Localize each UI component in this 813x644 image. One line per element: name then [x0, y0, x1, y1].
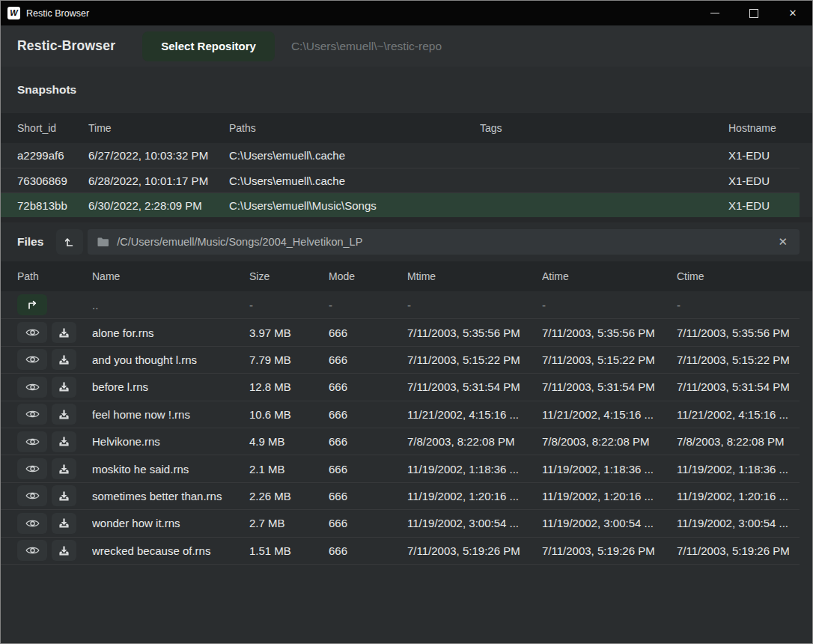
cell-paths: C:\Users\emuell\.cache — [229, 149, 480, 162]
clear-path-icon[interactable]: ✕ — [776, 235, 790, 249]
cell-size: 10.6 MB — [249, 408, 329, 421]
cell-ctime: - — [677, 299, 800, 312]
row-actions — [17, 377, 92, 398]
cell-mode: 666 — [329, 326, 407, 339]
download-icon — [58, 354, 70, 365]
download-file-button[interactable] — [52, 377, 76, 398]
cell-mtime: - — [407, 299, 542, 312]
file-row[interactable]: Helvikone.rns 4.9 MB 666 7/8/2003, 8:22:… — [1, 428, 800, 455]
row-actions — [17, 458, 92, 479]
file-row[interactable]: and you thought l.rns 7.79 MB 666 7/11/2… — [1, 346, 800, 373]
snapshot-row[interactable]: 72b813bb 6/30/2022, 2:28:09 PM C:\Users\… — [1, 192, 800, 217]
cell-mode: 666 — [329, 408, 407, 421]
snapshots-table-body: a2299af6 6/27/2022, 10:03:32 PM C:\Users… — [1, 143, 800, 217]
download-file-button[interactable] — [52, 485, 76, 506]
snapshot-row[interactable]: a2299af6 6/27/2022, 10:03:32 PM C:\Users… — [1, 143, 800, 168]
file-row[interactable]: alone for.rns 3.97 MB 666 7/11/2003, 5:3… — [1, 318, 800, 345]
cell-ctime: 11/19/2002, 1:20:16 ... — [677, 490, 800, 502]
current-path: /C/Users/emuell/Music/Songs/2004_Helveti… — [117, 236, 776, 248]
preview-file-button[interactable] — [17, 431, 47, 452]
preview-file-button[interactable] — [17, 349, 47, 370]
file-row[interactable]: feel home now !.rns 10.6 MB 666 11/21/20… — [1, 401, 800, 428]
preview-file-button[interactable] — [17, 513, 47, 534]
preview-file-button[interactable] — [17, 404, 47, 425]
cell-name: and you thought l.rns — [92, 353, 249, 366]
eye-icon — [25, 464, 40, 474]
file-row[interactable]: sometimes better than.rns 2.26 MB 666 11… — [1, 482, 800, 509]
download-file-button[interactable] — [52, 458, 76, 479]
file-row[interactable]: moskito he said.rns 2.1 MB 666 11/19/200… — [1, 455, 800, 482]
cell-size: 2.7 MB — [249, 517, 329, 529]
files-table-head: Path Name Size Mode Mtime Atime Ctime — [1, 261, 812, 291]
current-path-bar[interactable]: /C/Users/emuell/Music/Songs/2004_Helveti… — [88, 229, 800, 255]
cell-atime: 11/19/2002, 1:18:36 ... — [542, 463, 677, 476]
preview-file-button[interactable] — [17, 322, 47, 343]
cell-atime: 11/19/2002, 1:20:16 ... — [542, 490, 677, 502]
cell-size: 2.1 MB — [249, 463, 329, 476]
col-short-id: Short_id — [17, 122, 88, 134]
preview-file-button[interactable] — [17, 540, 47, 561]
cell-mtime: 11/19/2002, 1:18:36 ... — [407, 463, 542, 476]
cell-ctime: 7/11/2003, 5:35:56 PM — [677, 326, 800, 339]
minimize-icon — [710, 13, 719, 14]
cell-short-id: 72b813bb — [17, 199, 88, 212]
cell-atime: - — [542, 299, 677, 312]
cell-name: wrecked because of.rns — [92, 544, 249, 557]
maximize-button[interactable] — [734, 1, 773, 25]
download-file-button[interactable] — [52, 431, 76, 452]
col-size: Size — [249, 270, 329, 282]
minimize-button[interactable] — [695, 1, 734, 25]
file-row[interactable]: wonder how it.rns 2.7 MB 666 11/19/2002,… — [1, 509, 800, 536]
titlebar: W Restic Browser ✕ — [1, 1, 812, 25]
cell-mode: 666 — [329, 517, 407, 529]
download-file-button[interactable] — [52, 322, 76, 343]
select-repository-button[interactable]: Select Repository — [142, 31, 275, 61]
download-file-button[interactable] — [52, 540, 76, 561]
arrow-up-right-icon — [26, 300, 38, 310]
cell-mode: 666 — [329, 353, 407, 366]
col-tags: Tags — [480, 122, 728, 134]
cell-size: 2.26 MB — [249, 490, 329, 502]
preview-file-button[interactable] — [17, 485, 47, 506]
cell-mode: 666 — [329, 463, 407, 476]
cell-mode: - — [329, 299, 407, 312]
download-file-button[interactable] — [52, 513, 76, 534]
cell-short-id: 76306869 — [17, 174, 88, 187]
file-row[interactable]: wrecked because of.rns 1.51 MB 666 7/11/… — [1, 537, 800, 564]
snapshot-row[interactable]: 76306869 6/28/2022, 10:01:17 PM C:\Users… — [1, 168, 800, 192]
arrow-level-up-icon — [64, 236, 76, 248]
close-button[interactable]: ✕ — [773, 1, 812, 25]
download-file-button[interactable] — [52, 349, 76, 370]
cell-name: sometimes better than.rns — [92, 490, 249, 502]
files-section-header: Files /C/Users/emuell/Music/Songs/2004_H… — [1, 222, 812, 261]
cell-size: 4.9 MB — [249, 435, 329, 448]
col-name: Name — [92, 270, 249, 282]
col-path: Path — [17, 270, 92, 282]
col-paths: Paths — [229, 122, 480, 134]
col-time: Time — [88, 122, 229, 134]
cell-ctime: 7/8/2003, 8:22:08 PM — [677, 435, 800, 448]
download-file-button[interactable] — [52, 404, 76, 425]
cell-size: 1.51 MB — [249, 544, 329, 557]
row-actions — [17, 540, 92, 561]
cell-short-id: a2299af6 — [17, 149, 88, 162]
go-to-root-button[interactable] — [56, 229, 83, 255]
app-window: W Restic Browser ✕ Restic-Browser Select… — [0, 0, 813, 644]
eye-icon — [25, 518, 40, 529]
cell-name: moskito he said.rns — [92, 463, 249, 476]
preview-file-button[interactable] — [17, 377, 47, 398]
cell-atime: 11/19/2002, 3:00:54 ... — [542, 517, 677, 529]
download-icon — [58, 436, 70, 447]
download-icon — [58, 464, 70, 475]
folder-icon — [97, 237, 109, 247]
file-row[interactable]: .. - - - - - — [1, 291, 800, 318]
parent-directory-button[interactable] — [17, 294, 47, 315]
cell-size: - — [249, 299, 329, 312]
preview-file-button[interactable] — [17, 458, 47, 479]
cell-atime: 7/11/2003, 5:35:56 PM — [542, 326, 677, 339]
cell-ctime: 7/11/2003, 5:19:26 PM — [677, 544, 800, 557]
cell-atime: 7/11/2003, 5:31:54 PM — [542, 380, 677, 393]
cell-mtime: 11/19/2002, 3:00:54 ... — [407, 517, 542, 529]
file-row[interactable]: before l.rns 12.8 MB 666 7/11/2003, 5:31… — [1, 373, 800, 400]
cell-mtime: 11/19/2002, 1:20:16 ... — [407, 490, 542, 502]
